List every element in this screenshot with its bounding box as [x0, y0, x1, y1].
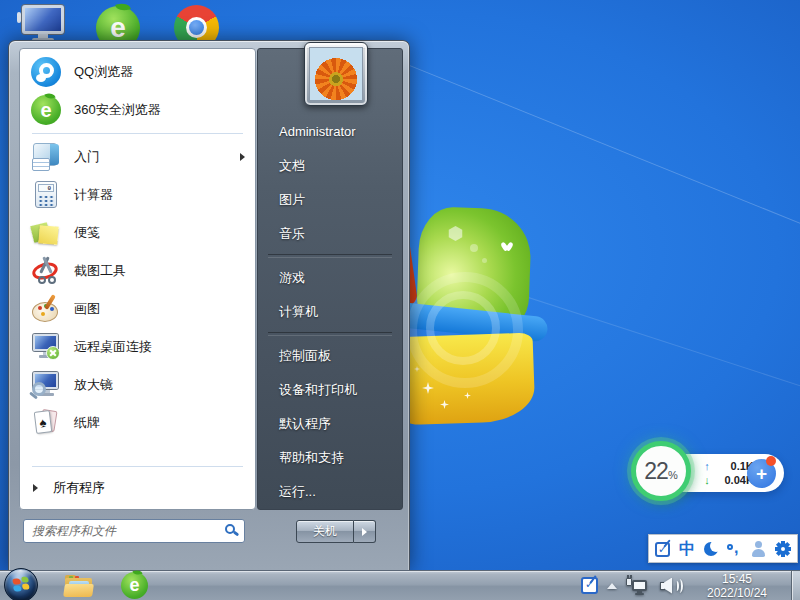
start-menu-right-item[interactable]: 音乐 [258, 217, 402, 251]
start-button[interactable] [0, 570, 38, 600]
resource-percent-ball[interactable]: 22 % [631, 441, 691, 501]
start-menu-item[interactable]: QQ浏览器 [20, 53, 255, 91]
start-menu: QQ浏览器e360安全浏览器入门0计算器便笺截图工具画图远程桌面连接放大镜♠纸牌… [8, 40, 410, 570]
start-menu-item-label: 放大镜 [74, 376, 245, 394]
shutdown-control: 关机 [296, 520, 376, 543]
start-menu-item[interactable]: 入门 [20, 138, 255, 176]
start-menu-item-label: 画图 [74, 300, 245, 318]
percent-value: 22 [644, 458, 668, 485]
paint-icon [30, 293, 62, 325]
start-menu-item[interactable]: 截图工具 [20, 252, 255, 290]
start-search [23, 519, 245, 543]
start-menu-item-label: 计算器 [74, 186, 245, 204]
search-input[interactable] [23, 519, 245, 543]
start-menu-item[interactable]: 放大镜 [20, 366, 255, 404]
user-icon[interactable] [749, 539, 769, 559]
getting-started-icon [30, 141, 62, 173]
start-menu-item[interactable]: 便笺 [20, 214, 255, 252]
widget-notification-dot [766, 456, 776, 466]
start-menu-item-label: 纸牌 [74, 414, 245, 432]
user-avatar[interactable] [304, 42, 368, 106]
start-menu-item[interactable]: 0计算器 [20, 176, 255, 214]
shutdown-options-button[interactable] [354, 520, 376, 543]
all-programs-section: 所有程序 [20, 466, 255, 509]
360-browser-icon: e [30, 94, 62, 126]
download-arrow-icon: ↓ [702, 474, 712, 486]
start-menu-right-panel: Administrator文档图片音乐游戏计算机控制面板设备和打印机默认程序帮助… [257, 48, 403, 510]
start-menu-right-item[interactable]: 设备和打印机 [258, 373, 402, 407]
start-menu-user-name[interactable]: Administrator [258, 115, 402, 149]
start-menu-item[interactable]: 远程桌面连接 [20, 328, 255, 366]
qq-browser-icon [30, 56, 62, 88]
start-menu-item-label: 便笺 [74, 224, 245, 242]
input-checkbox-icon[interactable]: ✓ [581, 577, 598, 594]
separator [268, 332, 392, 336]
start-menu-item-label: QQ浏览器 [74, 63, 245, 81]
start-menu-right-item[interactable]: 控制面板 [258, 339, 402, 373]
ime-language-bar: ✓中, [648, 534, 798, 563]
all-programs-arrow-icon [33, 484, 38, 492]
start-menu-item[interactable]: ♠纸牌 [20, 404, 255, 442]
show-desktop-button[interactable] [791, 571, 800, 600]
start-menu-right-item[interactable]: 计算机 [258, 295, 402, 329]
start-menu-item-label: 远程桌面连接 [74, 338, 245, 356]
network-icon[interactable] [626, 576, 650, 596]
punctuation-icon[interactable]: , [725, 539, 745, 559]
separator [32, 133, 243, 134]
search-icon[interactable] [224, 523, 240, 539]
remote-desktop-icon [30, 331, 62, 363]
start-menu-item[interactable]: 画图 [20, 290, 255, 328]
all-programs-label: 所有程序 [53, 479, 105, 497]
volume-icon[interactable] [659, 577, 683, 595]
separator [32, 466, 243, 467]
avatar-flower-image [309, 47, 363, 101]
shutdown-arrow-icon [362, 528, 367, 536]
magnifier-icon [30, 369, 62, 401]
upload-arrow-icon: ↑ [702, 460, 712, 472]
start-menu-right-item[interactable]: 文档 [258, 149, 402, 183]
360-browser-button[interactable]: e [94, 572, 148, 599]
start-menu-left-panel: QQ浏览器e360安全浏览器入门0计算器便笺截图工具画图远程桌面连接放大镜♠纸牌… [19, 48, 256, 510]
clock-date: 2022/10/24 [695, 586, 779, 600]
all-programs-button[interactable]: 所有程序 [20, 473, 255, 503]
start-menu-item-label: 入门 [74, 148, 228, 166]
fullwidth-moon-icon[interactable] [701, 539, 721, 559]
start-menu-right-item[interactable]: 图片 [258, 183, 402, 217]
calculator-icon: 0 [30, 179, 62, 211]
start-menu-item-label: 截图工具 [74, 262, 245, 280]
snipping-tool-icon [30, 255, 62, 287]
input-method-icon[interactable]: ✓ [653, 539, 673, 559]
start-menu-item-label: 360安全浏览器 [74, 101, 245, 119]
taskbar-buttons: e [0, 570, 148, 600]
shutdown-button[interactable]: 关机 [296, 520, 354, 543]
chinese-mode-indicator[interactable]: 中 [677, 539, 697, 559]
settings-gear-icon[interactable] [773, 539, 793, 559]
solitaire-icon: ♠ [30, 407, 62, 439]
show-hidden-icons-arrow[interactable] [607, 583, 617, 589]
start-menu-right-item[interactable]: 默认程序 [258, 407, 402, 441]
explorer-button[interactable] [38, 574, 94, 598]
start-menu-item[interactable]: e360安全浏览器 [20, 91, 255, 129]
percent-sign: % [668, 469, 678, 481]
start-menu-right-item[interactable]: 游戏 [258, 261, 402, 295]
start-menu-right-list: Administrator文档图片音乐游戏计算机控制面板设备和打印机默认程序帮助… [258, 115, 402, 509]
start-menu-left-list: QQ浏览器e360安全浏览器入门0计算器便笺截图工具画图远程桌面连接放大镜♠纸牌 [20, 53, 255, 442]
taskbar: e ✓ 15:45 2022/10/24 [0, 570, 800, 600]
clock-time: 15:45 [695, 572, 779, 586]
start-menu-right-item[interactable]: 运行... [258, 475, 402, 509]
system-tray: ✓ 15:45 2022/10/24 [581, 571, 800, 600]
start-menu-right-item[interactable]: 帮助和支持 [258, 441, 402, 475]
separator [268, 254, 392, 258]
sticky-notes-icon [30, 217, 62, 249]
submenu-arrow-icon [240, 153, 245, 161]
tray-clock[interactable]: 15:45 2022/10/24 [695, 572, 779, 600]
